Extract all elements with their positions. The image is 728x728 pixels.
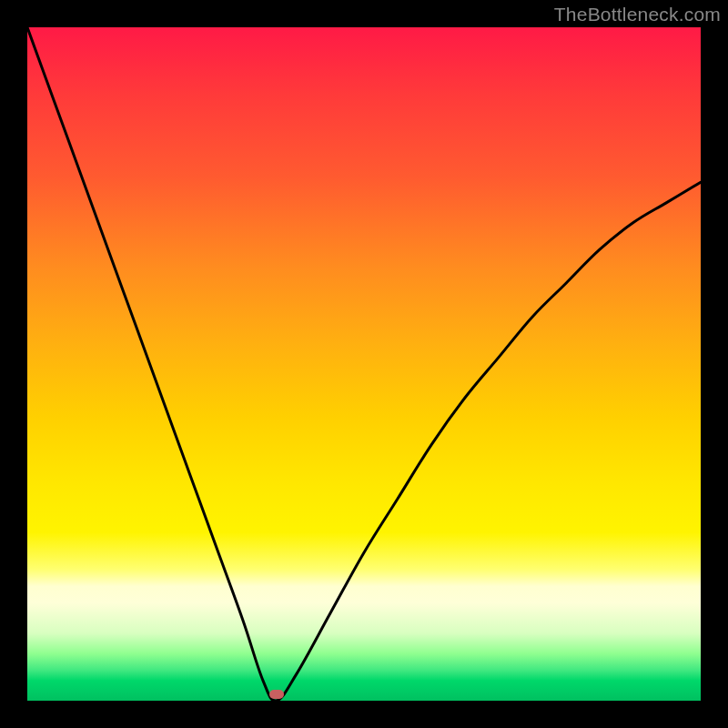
optimum-marker [269, 690, 284, 699]
plot-area [27, 27, 701, 701]
bottleneck-curve [27, 27, 701, 701]
chart-stage: TheBottleneck.com [0, 0, 728, 728]
watermark-text: TheBottleneck.com [554, 4, 721, 25]
curve-svg [27, 27, 701, 701]
